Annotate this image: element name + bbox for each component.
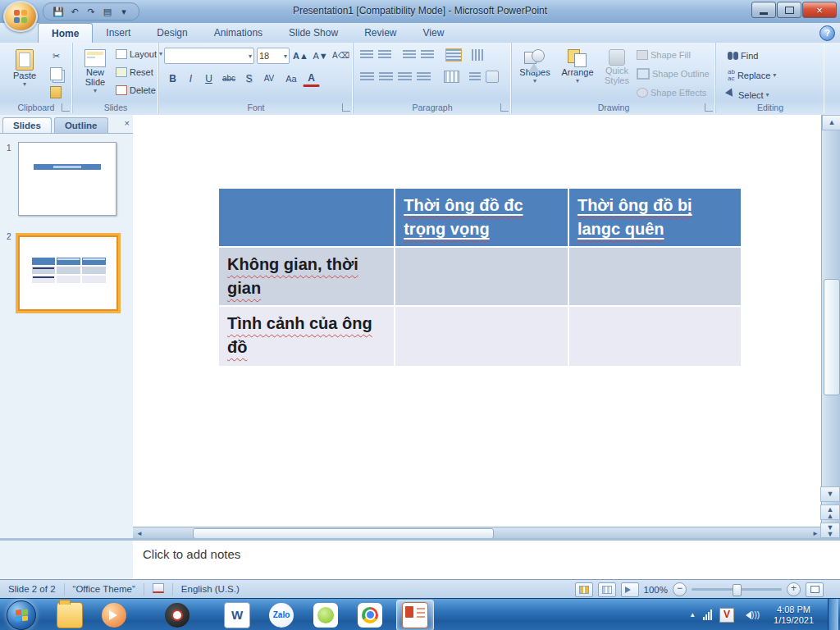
bold-button[interactable]: B <box>164 71 181 87</box>
italic-button[interactable]: I <box>182 71 199 87</box>
network-icon[interactable] <box>703 609 712 620</box>
office-button[interactable] <box>3 1 38 32</box>
align-center-icon[interactable] <box>379 72 393 82</box>
tray-hidden-icons-icon[interactable]: ▲ <box>689 611 696 619</box>
slide-sorter-view-button[interactable] <box>598 582 616 597</box>
arrange-button[interactable]: Arrange ▾ <box>556 46 599 84</box>
table-cell-empty[interactable] <box>568 247 742 306</box>
paste-dropdown-icon[interactable]: ▾ <box>23 80 26 88</box>
slide-table[interactable]: Thời ông đồ đc trọng vọng Thời ông đồ bị… <box>217 187 742 368</box>
scroll-left-icon[interactable]: ◄ <box>133 528 146 539</box>
taskbar-explorer-button[interactable] <box>52 600 88 630</box>
line-spacing-icon[interactable] <box>445 48 462 62</box>
replace-button[interactable]: abac Replace▾ <box>726 68 778 82</box>
taskbar-media-player-button[interactable] <box>96 600 132 630</box>
align-text-icon[interactable] <box>469 72 481 82</box>
copy-icon[interactable] <box>50 67 62 80</box>
scroll-down-icon[interactable]: ▼ <box>820 486 840 502</box>
taskbar-zalo-button[interactable]: Zalo <box>263 600 299 630</box>
start-button[interactable] <box>7 600 36 630</box>
change-case-button[interactable]: Aa <box>281 71 302 87</box>
tab-design[interactable]: Design <box>144 23 200 43</box>
zoom-in-button[interactable]: + <box>787 582 801 596</box>
previous-slide-button[interactable]: ▲▲ <box>820 504 840 520</box>
table-header-col3[interactable]: Thời ông đồ bị langc quên <box>568 188 742 247</box>
drawing-dialog-launcher[interactable] <box>705 103 713 112</box>
minimize-button[interactable] <box>751 2 776 18</box>
tab-animations[interactable]: Animations <box>201 23 276 43</box>
shapes-button[interactable]: Shapes ▾ <box>515 46 555 84</box>
slide-canvas[interactable]: Thời ông đồ đc trọng vọng Thời ông đồ bị… <box>133 115 822 527</box>
slideshow-view-button[interactable] <box>621 582 639 597</box>
increase-indent-icon[interactable] <box>421 50 434 60</box>
fit-to-window-button[interactable] <box>806 582 824 597</box>
table-header-empty[interactable] <box>218 188 395 247</box>
reset-button[interactable]: Reset <box>114 65 164 79</box>
taskbar-chrome-button[interactable] <box>352 600 388 630</box>
table-header-col2[interactable]: Thời ông đồ đc trọng vọng <box>395 188 568 247</box>
close-button[interactable]: × <box>802 2 837 18</box>
language-indicator[interactable]: English (U.S.) <box>173 583 248 596</box>
spellcheck-icon[interactable] <box>144 583 173 596</box>
taskbar-powerpoint-button[interactable] <box>396 600 434 630</box>
zoom-out-button[interactable]: − <box>673 582 687 596</box>
layout-button[interactable]: Layout▾ <box>114 47 164 61</box>
scroll-up-icon[interactable]: ▲ <box>822 115 840 130</box>
panel-tab-slides[interactable]: Slides <box>2 117 52 133</box>
delete-button[interactable]: Delete <box>114 83 164 97</box>
taskbar-clock[interactable]: 4:08 PM 1/19/2021 <box>767 605 820 626</box>
character-spacing-button[interactable]: AV <box>258 71 280 87</box>
font-color-button[interactable]: A <box>303 71 320 87</box>
columns-icon[interactable] <box>444 71 459 83</box>
shrink-font-icon[interactable]: A▼ <box>312 48 329 64</box>
clipboard-dialog-launcher[interactable] <box>62 103 70 112</box>
table-cell-empty[interactable] <box>395 247 568 306</box>
clear-formatting-icon[interactable]: A⌫ <box>331 48 349 64</box>
numbering-icon[interactable] <box>378 50 391 60</box>
panel-close-icon[interactable]: × <box>125 118 130 128</box>
vertical-scroll-thumb[interactable] <box>824 279 840 395</box>
slide-thumbnail-1[interactable]: 1 <box>18 142 128 216</box>
cut-icon[interactable]: ✂ <box>48 48 65 64</box>
notes-pane[interactable]: Click to add notes <box>133 538 840 582</box>
table-cell-label[interactable]: Tình cảnh của ông đồ <box>218 306 395 367</box>
tab-view[interactable]: View <box>410 23 458 43</box>
select-button[interactable]: Select▾ <box>726 88 778 102</box>
show-desktop-button[interactable] <box>828 599 838 630</box>
new-slide-button[interactable]: New Slide ▾ <box>76 46 114 94</box>
bullets-icon[interactable] <box>360 50 373 60</box>
find-button[interactable]: Find <box>726 48 778 62</box>
table-cell-empty[interactable] <box>568 306 742 367</box>
justify-icon[interactable] <box>417 72 431 82</box>
underline-button[interactable]: U <box>200 71 217 87</box>
zoom-level[interactable]: 100% <box>644 585 668 595</box>
panel-tab-outline[interactable]: Outline <box>54 117 108 133</box>
align-left-icon[interactable] <box>360 72 374 82</box>
volume-icon[interactable]: ))) <box>742 610 760 619</box>
text-direction-icon[interactable] <box>472 49 483 61</box>
next-slide-button[interactable]: ▼▼ <box>820 523 840 538</box>
paste-button[interactable]: Paste ▾ <box>7 46 43 88</box>
zoom-slider-knob[interactable] <box>733 584 742 596</box>
decrease-indent-icon[interactable] <box>403 50 416 60</box>
align-right-icon[interactable] <box>398 72 412 82</box>
unikey-icon[interactable]: V <box>719 608 734 623</box>
horizontal-scrollbar[interactable]: ◄ ► <box>133 527 822 539</box>
normal-view-button[interactable] <box>575 582 593 597</box>
slide-thumbnail-2[interactable]: 2 <box>18 235 128 311</box>
paragraph-dialog-launcher[interactable] <box>500 103 509 112</box>
grow-font-icon[interactable]: A▲ <box>292 48 309 64</box>
tab-insert[interactable]: Insert <box>93 23 144 43</box>
font-name-combo[interactable]: ▾ <box>164 48 254 64</box>
quick-styles-button[interactable]: Quick Styles <box>600 46 633 85</box>
notes-placeholder[interactable]: Click to add notes <box>133 541 840 561</box>
help-icon[interactable]: ? <box>819 25 835 41</box>
tab-review[interactable]: Review <box>351 23 409 43</box>
restore-button[interactable] <box>777 2 801 18</box>
taskbar-media-app-button[interactable] <box>159 600 195 630</box>
text-shadow-button[interactable]: S <box>240 71 258 87</box>
taskbar-word-button[interactable]: W <box>219 600 255 630</box>
font-dialog-launcher[interactable] <box>342 103 350 112</box>
table-cell-label[interactable]: Không gian, thời gian <box>218 247 395 306</box>
vertical-scrollbar[interactable]: ▲ ▼ ▲▲ ▼▼ <box>821 115 840 538</box>
